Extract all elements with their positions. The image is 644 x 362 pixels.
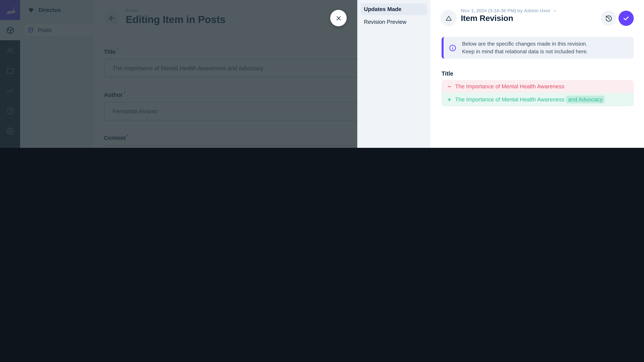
drawer-nav: Updates Made Revision Preview — [358, 0, 430, 148]
notice-text: Below are the specific changes made in t… — [462, 40, 588, 55]
diff-added-highlight: and Advocacy — [566, 96, 604, 104]
info-icon — [448, 44, 457, 52]
diff-field-name: Title — [442, 70, 453, 77]
modal-overlay[interactable] — [0, 0, 358, 148]
info-notice: Below are the specific changes made in t… — [442, 37, 634, 59]
chevron-down-icon — [552, 8, 557, 13]
app-window: Posts Editing Item in Posts Title* The I… — [0, 0, 644, 148]
triangle-icon — [444, 14, 452, 22]
drawer-title: Item Revision — [461, 13, 513, 23]
revision-meta-dropdown[interactable]: Nov 1, 2024 (3:16:36 PM) by Admin User — [461, 8, 557, 13]
check-icon — [622, 14, 630, 22]
drawer-tab-revision-preview[interactable]: Revision Preview — [360, 16, 427, 28]
close-icon — [335, 14, 342, 22]
diff-removed-text: The Importance of Mental Health Awarenes… — [455, 83, 564, 89]
diff-added-text: The Importance of Mental Health Awarenes… — [455, 96, 564, 103]
close-drawer-button[interactable] — [330, 10, 347, 26]
revision-drawer: Updates Made Revision Preview Nov 1, 202… — [358, 0, 644, 148]
diff-block: − The Importance of Mental Health Awaren… — [442, 80, 634, 106]
revision-type-badge — [440, 10, 457, 26]
done-button[interactable] — [618, 11, 634, 26]
plus-icon: + — [446, 96, 452, 103]
diff-added-row: + The Importance of Mental Health Awaren… — [442, 93, 634, 106]
drawer-content: Nov 1, 2024 (3:16:36 PM) by Admin User I… — [430, 0, 644, 148]
revert-button[interactable] — [601, 11, 616, 26]
drawer-tab-updates-made[interactable]: Updates Made — [360, 3, 427, 15]
diff-removed-row: − The Importance of Mental Health Awaren… — [442, 80, 634, 93]
history-icon — [604, 14, 613, 22]
minus-icon: − — [446, 83, 452, 90]
